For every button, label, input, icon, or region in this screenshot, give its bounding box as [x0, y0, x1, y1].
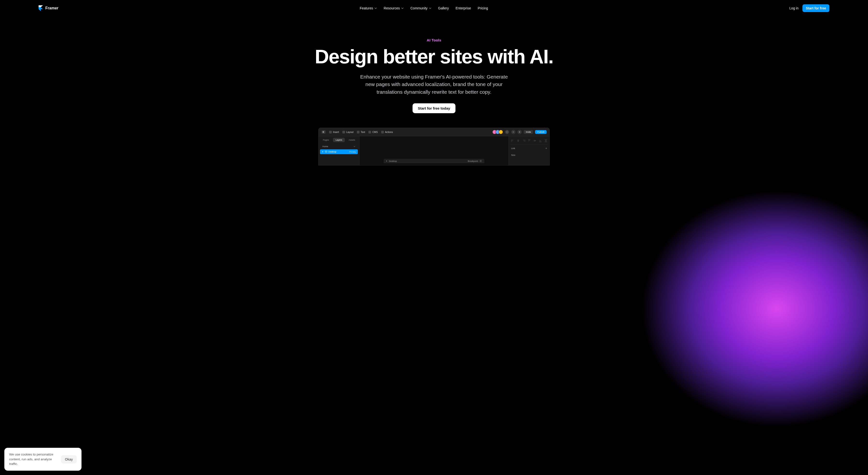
publish-button[interactable]: Publish [535, 130, 547, 134]
cookie-accept-button[interactable]: Okay [61, 455, 77, 464]
login-link[interactable]: Log in [789, 6, 799, 10]
actions-icon [381, 131, 384, 133]
nav-label: Features [360, 6, 373, 10]
framer-logo-icon [38, 5, 43, 11]
chevron-down-icon [374, 7, 377, 9]
tab-assets[interactable]: Assets [346, 138, 358, 142]
breakpoint-label: Breakpoint [468, 160, 478, 162]
app-sidebar: Pages Layers Assets Home Desktop [318, 136, 360, 165]
tab-layers[interactable]: Layers [333, 138, 345, 142]
cookie-text: We use cookies to personalize content, r… [9, 452, 55, 466]
nav-enterprise[interactable]: Enterprise [456, 6, 471, 10]
gear-icon [512, 131, 515, 133]
nav-gallery[interactable]: Gallery [438, 6, 449, 10]
nav-resources[interactable]: Resources [383, 6, 404, 10]
svg-rect-2 [325, 151, 327, 152]
nav-label: Enterprise [456, 6, 471, 10]
toolbar-label: Actions [385, 131, 393, 133]
nav-label: Pricing [478, 6, 488, 10]
toolbar-label: Insert [333, 131, 339, 133]
app-mockup-wrap: Insert Layout Text CMS Actions Invite [0, 128, 868, 166]
sidebar-home-row[interactable]: Home [320, 144, 358, 149]
hero-eyebrow: AI Tools [5, 38, 863, 42]
toolbar-label: Layout [346, 131, 353, 133]
chevron-down-icon [429, 7, 431, 9]
sidebar-label: Desktop [329, 150, 336, 153]
cms-icon [368, 131, 371, 133]
nav-label: Community [410, 6, 428, 10]
topbar-left: Insert Layout Text CMS Actions [321, 130, 393, 134]
logo-text: Framer [45, 6, 58, 10]
hero-section: AI Tools Design better sites with AI. En… [0, 16, 868, 128]
toolbar-layout[interactable]: Layout [342, 131, 353, 133]
invite-button[interactable]: Invite [524, 130, 533, 134]
layout-icon [342, 131, 345, 133]
play-button[interactable] [518, 130, 522, 134]
globe-icon [506, 131, 508, 133]
nav-community[interactable]: Community [410, 6, 431, 10]
chevron-down-icon [353, 145, 355, 147]
collaborator-avatars[interactable] [494, 130, 503, 134]
canvas-label: Desktop [389, 160, 397, 162]
nav-label: Resources [383, 6, 400, 10]
sidebar-label: Home [322, 145, 328, 148]
hero-subtitle: Enhance your website using Framer's AI-p… [357, 73, 511, 96]
desktop-icon [325, 151, 327, 153]
app-canvas[interactable]: Desktop Breakpoint + [360, 136, 508, 165]
nav-center: Features Resources Community Gallery Ent… [360, 6, 488, 10]
align-bottom-icon[interactable] [539, 139, 542, 142]
align-center-v-icon[interactable] [533, 139, 536, 142]
play-icon [518, 131, 521, 133]
prop-size: Size [511, 152, 548, 158]
svg-point-1 [513, 132, 514, 133]
nav-label: Gallery [438, 6, 449, 10]
app-body: Pages Layers Assets Home Desktop [318, 136, 550, 165]
svg-point-0 [506, 131, 508, 133]
app-right-panel: Link + Size [508, 136, 550, 165]
caret-icon [322, 151, 324, 153]
app-logo-menu[interactable] [321, 130, 326, 134]
hero-headline: Design better sites with AI. [5, 46, 863, 67]
globe-button[interactable] [505, 130, 509, 134]
settings-button[interactable] [511, 130, 516, 134]
cookie-banner: We use cookies to personalize content, r… [4, 448, 82, 471]
prop-label: Size [511, 154, 516, 156]
primary-tag: Primary [349, 151, 356, 153]
topbar-right: Invite Publish [494, 130, 547, 134]
plus-icon [329, 131, 332, 133]
framer-mini-icon [322, 131, 325, 133]
chevron-down-icon [401, 7, 404, 9]
align-controls [511, 138, 548, 145]
align-right-icon[interactable] [522, 139, 525, 142]
sidebar-tabs: Pages Layers Assets [318, 136, 359, 143]
add-breakpoint-icon[interactable]: + [479, 160, 482, 162]
nav-pricing[interactable]: Pricing [478, 6, 488, 10]
start-free-button[interactable]: Start for free [802, 4, 830, 12]
logo[interactable]: Framer [38, 5, 58, 11]
align-left-icon[interactable] [511, 139, 514, 142]
main-nav: Framer Features Resources Community Gall… [0, 0, 868, 16]
tab-pages[interactable]: Pages [320, 138, 332, 142]
prop-link: Link + [511, 145, 548, 152]
nav-right: Log in Start for free [789, 4, 830, 12]
hero-cta-button[interactable]: Start for free today [412, 103, 456, 113]
distribute-icon[interactable] [545, 139, 547, 142]
prop-label: Link [511, 147, 515, 149]
sidebar-desktop-row[interactable]: Desktop Primary [320, 149, 358, 154]
caret-icon [386, 160, 388, 162]
canvas-frame-header[interactable]: Desktop Breakpoint + [383, 159, 485, 163]
app-mockup: Insert Layout Text CMS Actions Invite [318, 128, 550, 166]
align-top-icon[interactable] [528, 139, 531, 142]
app-topbar: Insert Layout Text CMS Actions Invite [318, 128, 550, 136]
toolbar-text[interactable]: Text [357, 131, 365, 133]
text-icon [357, 131, 360, 133]
toolbar-label: Text [361, 131, 365, 133]
toolbar-actions[interactable]: Actions [381, 131, 393, 133]
nav-features[interactable]: Features [360, 6, 377, 10]
align-center-h-icon[interactable] [517, 139, 520, 142]
toolbar-cms[interactable]: CMS [368, 131, 378, 133]
add-link-button[interactable]: + [546, 147, 547, 150]
avatar [499, 130, 503, 134]
toolbar-insert[interactable]: Insert [329, 131, 339, 133]
toolbar-label: CMS [372, 131, 378, 133]
